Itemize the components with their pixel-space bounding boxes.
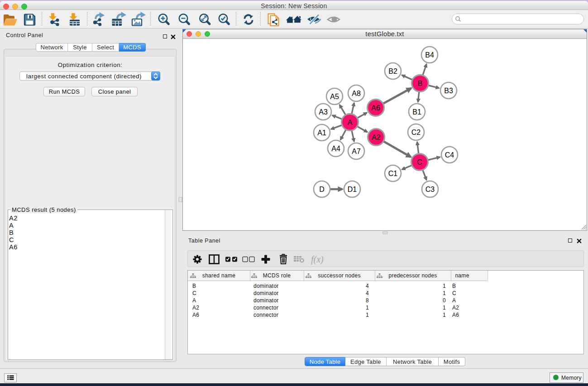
svg-text:f(x): f(x) [311,254,324,265]
svg-text:C1: C1 [388,170,398,177]
svg-text:C2: C2 [411,129,421,136]
svg-text:B4: B4 [425,51,434,59]
svg-text:A3: A3 [319,108,328,116]
svg-text:B: B [418,80,423,87]
svg-text:A5: A5 [330,93,339,100]
svg-text:B3: B3 [444,87,453,95]
svg-text:D1: D1 [348,186,357,193]
svg-text:A7: A7 [352,148,361,155]
svg-text:B2: B2 [388,67,397,75]
svg-text:A4: A4 [331,145,340,152]
svg-text:A: A [348,119,353,126]
svg-text:A2: A2 [372,133,381,141]
svg-text:C4: C4 [445,151,454,159]
svg-text:A6: A6 [371,104,380,112]
svg-text:C3: C3 [425,186,435,193]
svg-text:B1: B1 [412,108,421,116]
svg-text:A8: A8 [352,90,361,97]
svg-text:C: C [417,158,422,166]
svg-text:A1: A1 [317,129,326,137]
svg-text:D: D [319,186,325,193]
